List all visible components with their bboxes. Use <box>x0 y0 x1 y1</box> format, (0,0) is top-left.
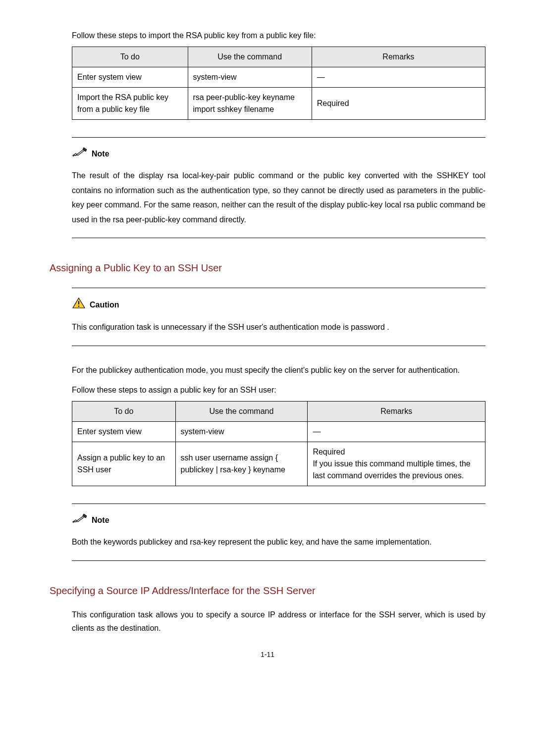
page-number: 1-11 <box>50 650 485 660</box>
remarks-required: Required <box>313 446 480 458</box>
note-label: Note <box>92 148 109 160</box>
svg-marker-0 <box>83 148 87 151</box>
table-row: Enter system view system-view — <box>72 67 485 88</box>
table-row: Assign a public key to an SSH user ssh u… <box>72 442 485 486</box>
cell-todo: Enter system view <box>72 67 188 88</box>
remarks-detail: If you issue this command multiple times… <box>313 458 480 482</box>
cell-todo: Import the RSA public key from a public … <box>72 88 188 120</box>
table-header-row: To do Use the command Remarks <box>72 47 485 67</box>
cell-todo: Assign a public key to an SSH user <box>72 442 176 486</box>
section-heading-assign-key: Assigning a Public Key to an SSH User <box>50 260 485 275</box>
table-header-todo: To do <box>72 47 188 67</box>
table-header-row: To do Use the command Remarks <box>72 402 485 422</box>
cell-remarks: Required <box>312 88 485 120</box>
cell-command: ssh user username assign { publickey | r… <box>175 442 308 486</box>
note-text: Both the keywords publickey and rsa-key … <box>72 535 485 550</box>
note-icon <box>72 147 88 161</box>
caution-text: This configuration task is unnecessary i… <box>72 320 485 335</box>
cell-command: system-view <box>175 422 308 442</box>
table-header-remarks: Remarks <box>312 47 485 67</box>
cell-command: rsa peer-public-key keyname import sshke… <box>188 88 312 120</box>
table-assign-public-key: To do Use the command Remarks Enter syst… <box>72 401 485 486</box>
svg-marker-4 <box>83 514 87 518</box>
table-header-todo: To do <box>72 402 176 422</box>
table-import-rsa-key: To do Use the command Remarks Enter syst… <box>72 47 485 120</box>
note-callout-1: Note The result of the display rsa local… <box>72 137 485 238</box>
cell-todo: Enter system view <box>72 422 176 442</box>
intro-text-1: Follow these steps to import the RSA pub… <box>72 30 485 42</box>
caution-icon <box>72 297 86 312</box>
cell-remarks: Required If you issue this command multi… <box>308 442 485 486</box>
section-heading-source-ip: Specifying a Source IP Address/Interface… <box>50 583 485 598</box>
note-callout-2: Note Both the keywords publickey and rsa… <box>72 504 485 561</box>
caution-label: Caution <box>90 299 119 311</box>
table-row: Enter system view system-view — <box>72 422 485 442</box>
note-icon <box>72 513 88 527</box>
table-header-command: Use the command <box>175 402 308 422</box>
caution-callout: Caution This configuration task is unnec… <box>72 288 485 346</box>
intro-text-2: Follow these steps to assign a public ke… <box>72 384 485 396</box>
note-text: The result of the display rsa local-key-… <box>72 168 485 227</box>
cell-remarks: — <box>312 67 485 88</box>
cell-command: system-view <box>188 67 312 88</box>
cell-remarks: — <box>308 422 485 442</box>
body-text-source-ip: This configuration task allows you to sp… <box>72 608 485 635</box>
svg-point-3 <box>78 306 80 307</box>
note-label: Note <box>92 514 109 526</box>
table-header-command: Use the command <box>188 47 312 67</box>
table-row: Import the RSA public key from a public … <box>72 88 485 120</box>
body-text-publickey: For the publickey authentication mode, y… <box>72 363 485 377</box>
table-header-remarks: Remarks <box>308 402 485 422</box>
